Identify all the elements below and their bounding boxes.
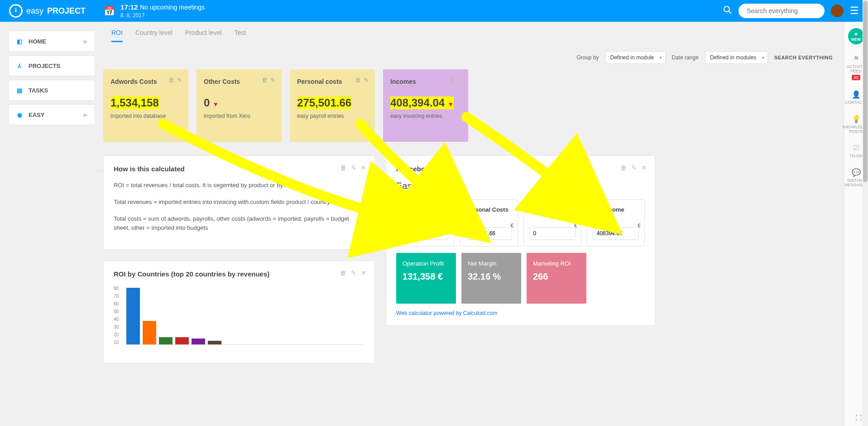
- result-value: 131,358 €: [403, 271, 450, 282]
- svg-point-0: [15, 10, 17, 12]
- new-button[interactable]: + NEW: [848, 28, 864, 44]
- calc-text: ROI = total revenues / total costs. It i…: [114, 181, 364, 190]
- currency-label: €: [511, 223, 514, 229]
- scroll-thumb[interactable]: [863, 1, 868, 182]
- kpi-card[interactable]: 🗑✎ Adwords Costs 1,534,158 imported into…: [103, 69, 188, 142]
- bi-input[interactable]: [402, 227, 448, 240]
- result-value: 266: [533, 271, 580, 282]
- sidebar-item-easy[interactable]: ◉ EASY ▶: [8, 104, 95, 125]
- bi-label: Adwords Costs: [402, 206, 448, 222]
- close-icon[interactable]: ✕: [361, 164, 366, 171]
- card-subtitle: easy invoicing entries: [390, 113, 461, 119]
- scrollbar[interactable]: [863, 0, 868, 426]
- noticeboard-panel: 🗑 ✎ ✕ Noticeboard Easy BI Adwords Costs …: [386, 155, 655, 326]
- chart-bar: [159, 337, 173, 344]
- sidebar-item-tasks[interactable]: ▤ TASKS: [8, 80, 95, 101]
- bi-label: Other Expenses: [529, 206, 575, 222]
- header-date: 8. 8. 2017: [120, 12, 205, 19]
- trend-down-icon: ▼: [447, 101, 454, 108]
- tab-country-level[interactable]: Country level: [135, 29, 173, 42]
- main-content: ROI Country level Product level Test Gro…: [103, 26, 841, 426]
- rail-todo[interactable]: ☑ TO-DO: [849, 144, 863, 158]
- meeting-text: No upcoming meetings: [140, 4, 205, 11]
- trash-icon[interactable]: 🗑: [168, 77, 174, 83]
- svg-rect-1: [15, 8, 16, 10]
- tab-roi[interactable]: ROI: [111, 29, 123, 42]
- bi-label: Net Income: [593, 206, 639, 222]
- bi-input-box: Other Expenses €: [523, 199, 581, 247]
- chevron-right-icon: ▶: [84, 112, 87, 118]
- search-icon[interactable]: [723, 5, 732, 17]
- search-everything-link[interactable]: SEARCH EVERYTHING: [774, 55, 833, 60]
- calc-title: How is this calculated: [114, 165, 364, 173]
- bulb-icon: 💡: [852, 115, 861, 123]
- result-label: Operation Profit: [403, 260, 450, 267]
- activity-badge: 45: [852, 75, 860, 80]
- pencil-icon[interactable]: ✎: [270, 77, 275, 83]
- sidebar-item-projects[interactable]: ⅄ PROJECTS: [8, 55, 95, 76]
- chat-icon: 💬: [852, 168, 861, 177]
- trash-icon[interactable]: 🗑: [448, 77, 454, 83]
- bi-result: Marketing ROI266: [527, 253, 586, 304]
- pencil-icon[interactable]: ✎: [351, 164, 356, 171]
- avatar[interactable]: [831, 5, 844, 17]
- menu-icon[interactable]: ☰: [850, 5, 859, 17]
- chart-bar: [208, 341, 221, 344]
- logo-icon: [9, 4, 23, 18]
- flag-icon: ⚑: [853, 54, 859, 63]
- groupby-select[interactable]: Defined in module: [605, 51, 666, 64]
- trash-icon[interactable]: 🗑: [340, 164, 346, 171]
- daterange-select[interactable]: Defined in modules: [705, 51, 768, 64]
- trash-icon[interactable]: 🗑: [262, 77, 268, 83]
- sidebar-item-label: HOME: [29, 38, 46, 45]
- card-value: 1,534,158: [110, 97, 159, 109]
- trash-icon[interactable]: 🗑: [355, 77, 361, 83]
- header-meetings[interactable]: 📅 17:12 No upcoming meetings 8. 8. 2017: [104, 3, 205, 19]
- currency-label: €: [574, 223, 577, 229]
- tab-product-level[interactable]: Product level: [185, 29, 222, 42]
- chart-bar: [192, 339, 205, 344]
- currency-label: €: [638, 223, 641, 229]
- pencil-icon[interactable]: ✎: [631, 164, 637, 171]
- card-value: 0▼: [204, 97, 219, 109]
- bi-input[interactable]: [593, 227, 639, 240]
- bi-result: Operation Profit131,358 €: [396, 253, 456, 304]
- close-icon[interactable]: ✕: [361, 269, 366, 276]
- pencil-icon[interactable]: ✎: [364, 77, 369, 83]
- pencil-icon[interactable]: ✎: [351, 269, 356, 276]
- bi-label: Personal Costs: [465, 206, 512, 222]
- bi-result: Net Margin32.16 %: [461, 253, 521, 304]
- card-subtitle: easy payroll entries: [297, 113, 368, 119]
- bi-input-box: Adwords Costs €: [396, 199, 454, 247]
- plus-icon: +: [854, 31, 858, 37]
- kpi-cards: 🗑✎ Adwords Costs 1,534,158 imported into…: [103, 69, 841, 155]
- bi-input-box: Personal Costs €: [460, 199, 518, 247]
- bi-input[interactable]: [465, 227, 512, 240]
- sidebar-item-home[interactable]: ◧ HOME ▶: [8, 31, 95, 52]
- tab-test[interactable]: Test: [235, 29, 246, 42]
- kpi-card[interactable]: 🗑✎ Other Costs 0▼ imported from Xero: [197, 69, 282, 142]
- trend-down-icon: ▼: [212, 101, 219, 108]
- close-icon[interactable]: ✕: [641, 164, 647, 171]
- kpi-card[interactable]: 🗑✎ Incomes 408,394.04▼ easy invoicing en…: [383, 69, 468, 142]
- logo-text: easy: [26, 6, 43, 16]
- calc-text: Total costs = sum of adwords, payrolls, …: [114, 214, 364, 233]
- trash-icon[interactable]: 🗑: [340, 269, 346, 276]
- bi-input-box: Net Income €: [587, 199, 645, 247]
- trash-icon[interactable]: 🗑: [620, 164, 627, 171]
- expand-icon[interactable]: ⛶: [855, 414, 862, 421]
- bi-input[interactable]: [529, 227, 575, 240]
- groupby-label: Group by: [576, 54, 599, 61]
- roi-chart-title: ROI by Countries (top 20 countries by re…: [114, 270, 364, 278]
- check-icon: ☑: [853, 144, 859, 152]
- chart-bar: [175, 337, 189, 344]
- calc-panel: 🗑 ✎ ✕ How is this calculated ROI = total…: [103, 155, 375, 250]
- logo[interactable]: easyPROJECT: [9, 4, 86, 18]
- pencil-icon[interactable]: ✎: [177, 77, 182, 83]
- chart-bar: [126, 288, 140, 344]
- noticeboard-footer[interactable]: Web calculator powered by Calculoid.com: [396, 310, 645, 316]
- result-label: Net Margin: [468, 260, 515, 267]
- kpi-card[interactable]: 🗑✎ Personal costs 275,501.66 easy payrol…: [290, 69, 375, 142]
- pencil-icon[interactable]: ✎: [457, 77, 462, 83]
- search-input[interactable]: [739, 4, 825, 18]
